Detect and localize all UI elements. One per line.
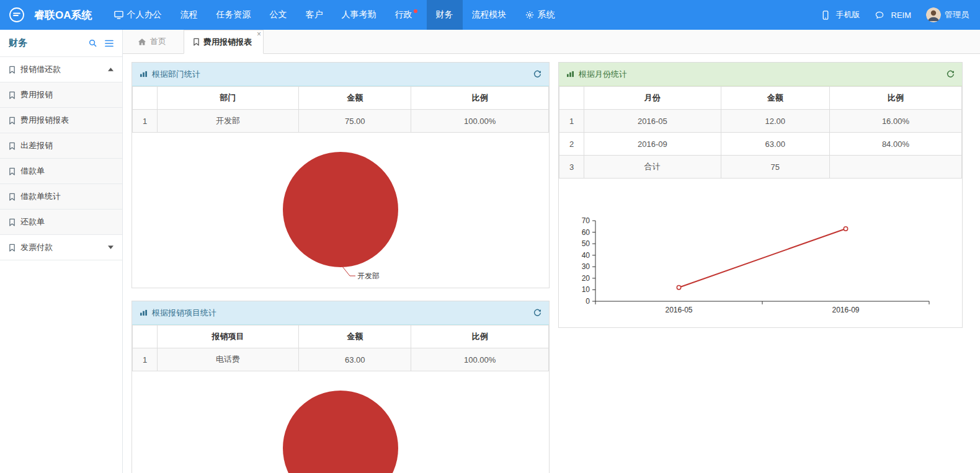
chevron-down-icon [108,245,114,249]
svg-text:2016-09: 2016-09 [832,306,859,314]
bar-chart-icon [140,71,148,77]
search-icon[interactable] [89,39,97,47]
table-cell: 63.00 [721,133,829,156]
nav-item-3[interactable]: 公文 [261,0,296,30]
mobile-icon [822,11,829,20]
main-content: 根据部门统计 部门金额比例1开发部75.00100.00% 开发部 根据报销项目… [123,54,980,473]
workspace: 首页 费用报销报表 × 根据部门统计 部门金额比例1 [123,30,980,473]
nav-item-7[interactable]: 财务 [427,0,463,30]
nav-item-label: 人事考勤 [342,9,376,20]
nav-item-0[interactable]: 个人办公 [105,0,171,30]
sidebar-item-label: 还款单 [20,216,45,228]
table-cell: 电话费 [158,348,299,371]
refresh-button[interactable] [533,309,541,317]
line-chart-month: 0102030405060702016-052016-09 [573,213,948,317]
table-row: 3合计75 [559,156,962,179]
admin-user-menu[interactable]: 管理员 [919,7,976,22]
brand-logo-icon [9,7,25,23]
sidebar-item-5[interactable]: 借款单统计 [0,184,122,210]
bookmark-icon [9,193,16,201]
panel-title: 根据报销项目统计 [152,307,216,319]
nav-item-9[interactable]: 系统 [516,0,564,30]
column-header: 报销项目 [158,325,299,348]
table-row: 1电话费63.00100.00% [133,348,549,371]
sidebar-item-label: 费用报销 [20,89,53,100]
refresh-button[interactable] [533,70,541,78]
nav-right-label: REIM [891,11,912,20]
main-row: 财务 报销借还款费用报销费用报销报表出差报销借款单借款单统计还款单发票付款 首页… [0,30,980,473]
panel-header: 根据部门统计 [132,63,549,86]
column-header [559,87,584,110]
nav-item-4[interactable]: 客户 [296,0,332,30]
department-table: 部门金额比例1开发部75.00100.00% [132,86,549,133]
table-cell: 84.00% [829,133,961,156]
sidebar-item-0[interactable]: 报销借还款 [0,57,122,82]
column-header [133,325,158,348]
table-cell: 63.00 [299,348,411,371]
sidebar-item-3[interactable]: 出差报销 [0,133,122,159]
nav-item-8[interactable]: 流程模块 [463,0,516,30]
nav-right-label: 管理员 [945,9,969,20]
sidebar-item-4[interactable]: 借款单 [0,159,122,184]
table-cell: 1 [133,348,158,371]
column-header: 比例 [411,325,549,348]
sidebar-item-1[interactable]: 费用报销 [0,82,122,108]
table-cell: 12.00 [721,110,829,133]
table-cell: 2 [559,133,584,156]
svg-text:20: 20 [582,274,590,283]
table-header-row: 报销项目金额比例 [133,325,549,348]
left-column: 根据部门统计 部门金额比例1开发部75.00100.00% 开发部 根据报销项目… [131,62,550,473]
list-toggle-icon[interactable] [105,40,114,47]
nav-item-5[interactable]: 人事考勤 [332,0,386,30]
column-header: 比例 [829,87,961,110]
nav-item-label: 任务资源 [216,9,251,20]
sidebar-item-label: 借款单 [20,166,45,177]
breadcrumb-home[interactable]: 首页 [138,30,166,53]
table-cell: 16.00% [829,110,961,133]
column-header [133,87,158,110]
close-icon[interactable]: × [257,30,261,38]
nav-item-6[interactable]: 行政 [386,0,427,30]
bookmark-icon [9,167,16,175]
sidebar-item-2[interactable]: 费用报销报表 [0,108,122,133]
nav-item-label: 流程 [180,9,198,20]
svg-text:50: 50 [582,239,590,248]
right-column: 根据月份统计 月份金额比例12016-0512.0016.00%22016-09… [558,62,963,328]
table-cell: 2016-05 [584,110,721,133]
sidebar-item-7[interactable]: 发票付款 [0,235,122,260]
refresh-button[interactable] [947,70,955,78]
mobile-version-link[interactable]: 手机版 [815,9,868,20]
nav-item-label: 流程模块 [472,9,507,20]
brand[interactable]: 睿联OA系统 [0,0,105,30]
panel-header: 根据月份统计 [559,63,962,86]
nav-right-label: 手机版 [836,9,860,20]
notification-dot [414,9,417,13]
panel-title: 根据月份统计 [579,69,627,80]
tabbar: 首页 费用报销报表 × [123,30,980,54]
bookmark-icon [9,244,16,252]
table-row: 22016-0963.0084.00% [559,133,962,156]
sidebar-item-6[interactable]: 还款单 [0,210,122,235]
bookmark-icon [9,117,16,125]
nav-item-label: 公文 [270,9,287,20]
panel-month-stats: 根据月份统计 月份金额比例12016-0512.0016.00%22016-09… [558,62,963,328]
tab-expense-report[interactable]: 费用报销报表 × [184,30,264,54]
nav-item-label: 行政 [395,9,412,20]
svg-text:2016-05: 2016-05 [665,306,692,314]
panel-department-stats: 根据部门统计 部门金额比例1开发部75.00100.00% 开发部 [131,62,550,288]
svg-text:30: 30 [582,262,590,271]
reim-link[interactable]: REIM [868,11,919,20]
table-cell: 100.00% [411,348,549,371]
column-header: 月份 [584,87,721,110]
main-nav: 个人办公流程任务资源公文客户人事考勤行政财务流程模块系统 [105,0,815,30]
sidebar-item-label: 发票付款 [20,242,53,253]
column-header: 金额 [299,325,411,348]
nav-item-2[interactable]: 任务资源 [207,0,261,30]
month-table: 月份金额比例12016-0512.0016.00%22016-0963.0084… [559,86,962,179]
sidebar-header: 财务 [0,30,122,57]
nav-right: 手机版REIM管理员 [815,0,980,30]
nav-item-1[interactable]: 流程 [171,0,207,30]
table-cell: 75 [721,156,829,179]
tab-label: 费用报销报表 [203,37,252,48]
table-cell: 100.00% [411,110,549,133]
